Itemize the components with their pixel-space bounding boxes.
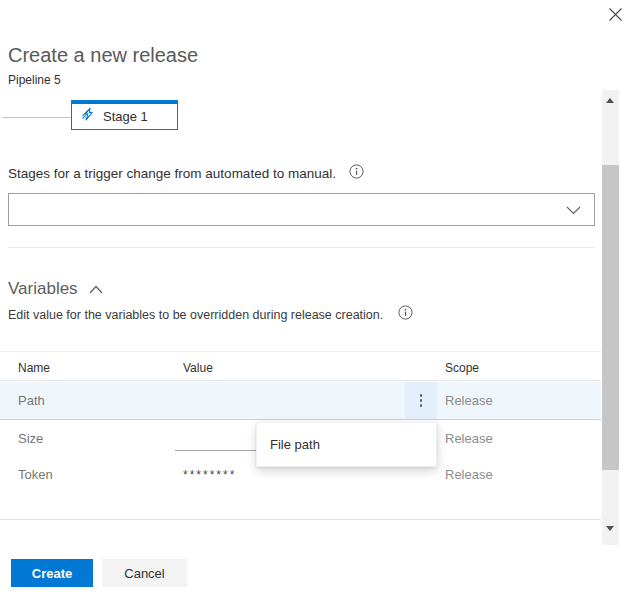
- dialog-title: Create a new release: [8, 44, 198, 67]
- footer-divider: [0, 519, 601, 520]
- variables-table-header: Name Value Scope: [0, 352, 601, 381]
- variable-scope: Release: [445, 467, 493, 482]
- stage-connector-line: [2, 117, 71, 118]
- variable-name: Path: [18, 393, 45, 408]
- variable-name: Token: [18, 467, 53, 482]
- variables-description: Edit value for the variables to be overr…: [8, 308, 383, 322]
- chevron-down-icon: [566, 201, 581, 219]
- vertical-scrollbar[interactable]: [602, 90, 619, 545]
- column-header-scope: Scope: [445, 361, 479, 375]
- variables-description-row: Edit value for the variables to be overr…: [8, 305, 413, 324]
- variables-title: Variables: [8, 279, 78, 299]
- row-context-menu-button[interactable]: [405, 382, 437, 419]
- scrollbar-up-arrow-icon[interactable]: [606, 98, 614, 103]
- menu-item-file-path[interactable]: File path: [270, 437, 320, 452]
- info-icon[interactable]: [398, 305, 413, 324]
- section-divider: [8, 247, 595, 248]
- variable-scope: Release: [445, 431, 493, 446]
- close-icon: [607, 6, 624, 27]
- create-button[interactable]: Create: [11, 559, 93, 587]
- ellipsis-icon: [420, 394, 423, 397]
- variable-name: Size: [18, 431, 43, 446]
- trigger-section: Stages for a trigger change from automat…: [8, 164, 364, 183]
- masked-value: ********: [183, 468, 236, 482]
- info-icon[interactable]: [349, 164, 364, 183]
- table-row-path[interactable]: Path Release: [0, 382, 601, 420]
- variables-section-header[interactable]: Variables: [8, 279, 103, 299]
- stage-node[interactable]: Stage 1: [71, 100, 178, 130]
- column-header-value: Value: [183, 361, 213, 375]
- scrollbar-down-arrow-icon[interactable]: [606, 526, 614, 531]
- automated-trigger-lightning-icon: [81, 107, 96, 126]
- stage-label: Stage 1: [103, 109, 148, 124]
- stages-dropdown[interactable]: [8, 193, 595, 226]
- cancel-button[interactable]: Cancel: [102, 559, 187, 587]
- close-button[interactable]: [604, 5, 626, 27]
- scrollbar-thumb[interactable]: [602, 165, 619, 470]
- column-header-name: Name: [18, 361, 50, 375]
- trigger-label: Stages for a trigger change from automat…: [8, 166, 336, 181]
- pipeline-name: Pipeline 5: [8, 73, 61, 87]
- variable-scope: Release: [445, 393, 493, 408]
- chevron-up-icon: [89, 280, 103, 298]
- context-menu: File path: [256, 422, 437, 467]
